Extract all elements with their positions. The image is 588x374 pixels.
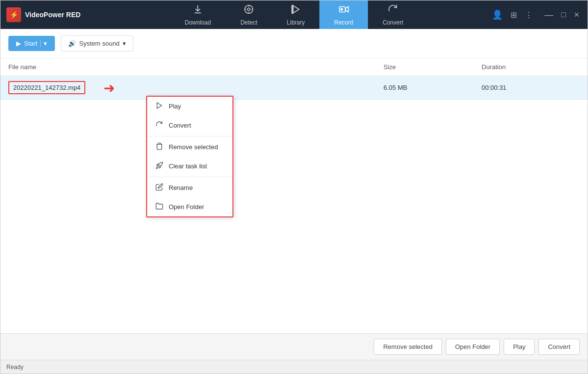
- status-text: Ready: [6, 364, 24, 371]
- context-menu: Play Convert: [146, 96, 233, 217]
- tab-convert[interactable]: Convert: [368, 0, 418, 29]
- app-window: ⚡ VideoPower RED Download: [0, 0, 588, 374]
- close-button[interactable]: ✕: [572, 9, 582, 21]
- file-name-box: 20220221_142732.mp4: [8, 81, 85, 94]
- file-size: 6.05 MB: [383, 84, 482, 91]
- svg-marker-10: [157, 103, 161, 108]
- content-spacer: [0, 100, 588, 333]
- context-play-label: Play: [169, 103, 181, 110]
- toolbar: ▶ Start ▾ 🔊 System sound ▾: [0, 29, 588, 58]
- bottom-convert-button[interactable]: Convert: [538, 339, 580, 355]
- minimize-button[interactable]: —: [542, 8, 555, 22]
- system-sound-label: System sound: [79, 40, 119, 47]
- bottom-open-folder-button[interactable]: Open Folder: [446, 339, 500, 355]
- tab-convert-label: Convert: [383, 19, 403, 26]
- system-sound-button[interactable]: 🔊 System sound ▾: [61, 35, 133, 52]
- red-arrow: ➜: [103, 80, 115, 96]
- more-icon[interactable]: ⋮: [523, 8, 535, 22]
- col-header-filename: File name: [8, 63, 383, 71]
- detect-icon: [243, 4, 254, 17]
- context-clear-label: Clear task list: [169, 162, 207, 170]
- tab-detect-label: Detect: [240, 19, 257, 26]
- convert-menu-icon: [155, 121, 164, 130]
- context-menu-rename[interactable]: Rename: [147, 178, 232, 197]
- table-header: File name Size Duration: [0, 58, 588, 76]
- bottom-remove-selected-button[interactable]: Remove selected: [374, 339, 441, 355]
- app-logo: ⚡ VideoPower RED: [6, 7, 80, 22]
- context-menu-open-folder[interactable]: Open Folder: [147, 197, 232, 216]
- folder-icon: [155, 202, 164, 212]
- table-row[interactable]: 20220221_142732.mp4 ➜ 6.05 MB 00:00:31 P…: [0, 76, 588, 100]
- menu-divider-2: [147, 177, 232, 177]
- content-area: File name Size Duration 20220221_142732.…: [0, 58, 588, 333]
- context-menu-play[interactable]: Play: [147, 97, 232, 116]
- context-menu-convert[interactable]: Convert: [147, 116, 232, 135]
- nav-tabs: Download Detect: [170, 0, 418, 29]
- logo-icon: ⚡: [6, 7, 21, 22]
- file-name-cell: 20220221_142732.mp4: [8, 81, 383, 94]
- menu-divider-1: [147, 136, 232, 136]
- start-play-icon: ▶: [16, 40, 21, 47]
- library-icon: [290, 4, 301, 17]
- sound-dropdown-arrow[interactable]: ▾: [123, 40, 126, 47]
- context-menu-remove[interactable]: Remove selected: [147, 137, 232, 157]
- convert-icon: [387, 4, 398, 17]
- start-button[interactable]: ▶ Start ▾: [8, 36, 55, 51]
- svg-point-9: [340, 8, 342, 10]
- tab-download-label: Download: [185, 19, 211, 26]
- sound-icon: 🔊: [68, 40, 76, 47]
- app-title: VideoPower RED: [25, 11, 80, 19]
- tab-library[interactable]: Library: [272, 0, 320, 29]
- svg-marker-6: [293, 5, 299, 13]
- pencil-icon: [155, 183, 164, 192]
- download-icon: [192, 4, 203, 17]
- bottom-play-button[interactable]: Play: [504, 339, 535, 355]
- context-open-folder-label: Open Folder: [169, 203, 204, 211]
- grid-icon[interactable]: ⊞: [509, 8, 519, 22]
- tab-record[interactable]: Record: [320, 0, 368, 29]
- window-controls: 👤 ⊞ ⋮ — □ ✕: [490, 7, 582, 22]
- bottom-toolbar: Remove selected Open Folder Play Convert: [0, 333, 588, 360]
- rocket-icon: [155, 161, 164, 171]
- start-label: Start: [24, 40, 37, 47]
- context-menu-clear[interactable]: Clear task list: [147, 157, 232, 176]
- svg-point-1: [248, 8, 251, 11]
- tab-detect[interactable]: Detect: [226, 0, 272, 29]
- status-bar: Ready: [0, 360, 588, 374]
- user-icon[interactable]: 👤: [490, 7, 505, 22]
- context-remove-label: Remove selected: [169, 143, 218, 151]
- trash-icon: [155, 142, 164, 152]
- start-dropdown-arrow[interactable]: ▾: [40, 40, 47, 47]
- title-bar: ⚡ VideoPower RED Download: [0, 0, 588, 29]
- tab-download[interactable]: Download: [170, 0, 226, 29]
- context-rename-label: Rename: [169, 184, 193, 191]
- tab-record-label: Record: [334, 19, 354, 26]
- col-header-duration: Duration: [482, 63, 580, 71]
- file-name: 20220221_142732.mp4: [13, 84, 80, 91]
- tab-library-label: Library: [287, 19, 305, 26]
- file-duration: 00:00:31: [482, 84, 580, 91]
- context-convert-label: Convert: [169, 122, 191, 129]
- col-header-size: Size: [383, 63, 482, 71]
- play-icon: [155, 102, 164, 111]
- record-icon: [338, 4, 349, 17]
- maximize-button[interactable]: □: [559, 8, 568, 21]
